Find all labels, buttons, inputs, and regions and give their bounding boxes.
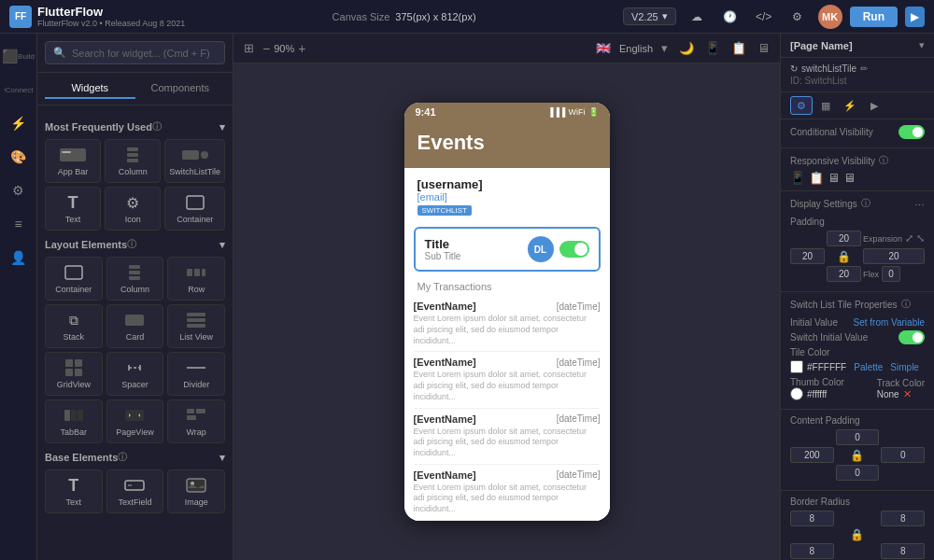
cp-top[interactable]: 0	[836, 429, 880, 445]
widget-divider[interactable]: Divider	[167, 352, 225, 396]
widget-container[interactable]: Container	[164, 187, 225, 231]
cp-bottom[interactable]: 0	[836, 465, 880, 481]
expand-icon1[interactable]: ⤢	[905, 232, 913, 245]
rp-chevron[interactable]: ▾	[919, 39, 925, 51]
canvas-label: Canvas Size	[333, 11, 390, 22]
widget-wrap[interactable]: Wrap	[167, 399, 225, 443]
widget-tabbar[interactable]: TabBar	[45, 399, 103, 443]
widget-container2[interactable]: Container	[45, 257, 103, 301]
zoom-plus-btn[interactable]: +	[298, 41, 305, 56]
widget-switchlisttile[interactable]: SwitchListTile	[164, 139, 225, 183]
widget-app-bar[interactable]: App Bar	[45, 139, 101, 183]
rp-display-menu[interactable]: ⋯	[914, 200, 925, 212]
simple-btn[interactable]: Simple	[890, 362, 919, 372]
sidebar-icon-user[interactable]: 👤	[4, 243, 34, 273]
dark-mode-icon[interactable]: 🌙	[676, 38, 697, 58]
cp-right[interactable]: 0	[881, 447, 925, 463]
event-list: [EventName] [dateTime] Event Lorem ipsum…	[404, 296, 610, 520]
pad-right[interactable]: 20	[863, 248, 925, 264]
tab-components[interactable]: Components	[135, 78, 226, 99]
br-lock[interactable]: 🔒	[836, 528, 880, 541]
cond-vis-toggle[interactable]	[899, 125, 925, 139]
zoom-minus-btn[interactable]: −	[262, 41, 270, 56]
tile-color-swatch[interactable]	[790, 360, 803, 373]
section-base-collapse[interactable]: ▾	[219, 452, 225, 464]
rp-header: [Page Name] ▾	[781, 34, 934, 58]
widget-listview[interactable]: List View	[167, 304, 225, 348]
br-tr[interactable]: 8	[881, 511, 925, 526]
section-layout-collapse[interactable]: ▾	[219, 239, 225, 251]
code-icon[interactable]: </>	[751, 4, 777, 30]
expand-icon2[interactable]: ⤡	[916, 232, 925, 245]
desktop-icon[interactable]: 🖥	[755, 38, 772, 58]
rp-tab-actions[interactable]: ⚡	[839, 96, 861, 115]
rp-set-from-variable[interactable]: Set from Variable	[853, 317, 925, 328]
br-tl[interactable]: 8	[790, 511, 834, 526]
tablet-vis-icon[interactable]: 📋	[809, 171, 824, 185]
widget-card[interactable]: Card	[106, 304, 164, 348]
phone-icon[interactable]: 📱	[702, 38, 723, 58]
cloud-icon[interactable]: ☁	[684, 4, 710, 30]
widget-column2[interactable]: Column	[106, 257, 164, 301]
zoom-level: 90%	[274, 43, 294, 54]
container-icon	[180, 193, 210, 212]
language-chevron[interactable]: ▾	[658, 38, 671, 58]
palette-btn[interactable]: Palette	[854, 362, 883, 372]
section-base-info: ⓘ	[118, 451, 127, 464]
desktop-lg-vis-icon[interactable]: 🖥	[843, 171, 856, 185]
run-button[interactable]: Run	[850, 7, 898, 27]
tablet-icon[interactable]: 📋	[729, 38, 749, 58]
pad-bottom[interactable]: 20	[827, 266, 861, 282]
widget-spacer[interactable]: Spacer	[106, 352, 164, 396]
sidebar-icon-settings[interactable]: ⚙	[4, 175, 34, 205]
track-color-reset[interactable]: ✕	[903, 388, 912, 400]
pad-lock[interactable]: 🔒	[827, 248, 861, 264]
toggle-knob	[574, 243, 587, 256]
clock-icon[interactable]: 🕐	[717, 4, 743, 30]
rp-tab-layout[interactable]: ▦	[814, 96, 837, 115]
play-button[interactable]: ▶	[905, 7, 925, 27]
widget-gridview[interactable]: GridView	[45, 352, 103, 396]
rp-cond-vis-label: Conditional Visibility	[790, 127, 873, 137]
switch-initial-toggle[interactable]	[899, 330, 925, 344]
widget-text2[interactable]: T Text	[45, 469, 103, 513]
sidebar-icon-layers[interactable]: ≡	[4, 209, 34, 239]
canvas-content: 9:41 ▐▐▐ WiFi 🔋 Events [username] [email…	[234, 63, 780, 560]
puzzle-icon[interactable]: ⚙	[785, 4, 811, 30]
sidebar-icon-build[interactable]: ⬛ Build	[4, 41, 34, 71]
pad-top[interactable]: 20	[827, 231, 861, 246]
cp-left[interactable]: 200	[790, 447, 834, 463]
canvas-tool-icon[interactable]: ⊞	[241, 38, 257, 58]
widget-column[interactable]: Column	[105, 139, 161, 183]
search-input[interactable]: 🔍 Search for widget... (Cmd + F)	[45, 41, 225, 64]
desktop-sm-vis-icon[interactable]: 🖥	[828, 171, 840, 185]
sidebar-icon-connect[interactable]: Connect	[4, 75, 34, 105]
flag-icon[interactable]: 🇬🇧	[593, 38, 614, 58]
rp-tab-properties[interactable]: ⚙	[790, 96, 813, 115]
pad-left[interactable]: 20	[790, 248, 825, 264]
thumb-swatch[interactable]	[790, 387, 803, 400]
br-bl[interactable]: 8	[790, 543, 834, 559]
sidebar-icon-theme[interactable]: 🎨	[4, 142, 34, 172]
component-name: ↻ switchListTile ✏	[790, 63, 925, 74]
svg-rect-11	[129, 265, 140, 269]
widget-icon[interactable]: ⚙ Icon	[105, 187, 161, 231]
edit-icon[interactable]: ✏	[860, 63, 868, 74]
widget-text[interactable]: T Text	[45, 187, 101, 231]
sidebar-icon-logic[interactable]: ⚡	[4, 108, 34, 138]
cp-lock[interactable]: 🔒	[836, 447, 880, 463]
toggle-switch[interactable]	[559, 241, 589, 258]
tab-widgets[interactable]: Widgets	[45, 78, 135, 99]
flex-value[interactable]: 0	[882, 266, 900, 282]
br-br[interactable]: 8	[881, 543, 925, 559]
widget-row[interactable]: Row	[167, 257, 225, 301]
rp-tab-play[interactable]: ▶	[863, 96, 885, 115]
event-name-0: [EventName]	[414, 301, 476, 312]
mobile-vis-icon[interactable]: 📱	[790, 171, 805, 185]
section-collapse-icon[interactable]: ▾	[219, 121, 225, 133]
widget-image[interactable]: Image	[167, 469, 225, 513]
widget-pageview[interactable]: PageView	[106, 399, 164, 443]
widget-textfield[interactable]: TextField	[106, 469, 164, 513]
version-badge[interactable]: V2.25 ▾	[623, 7, 676, 25]
widget-stack[interactable]: ⧉ Stack	[45, 304, 103, 348]
